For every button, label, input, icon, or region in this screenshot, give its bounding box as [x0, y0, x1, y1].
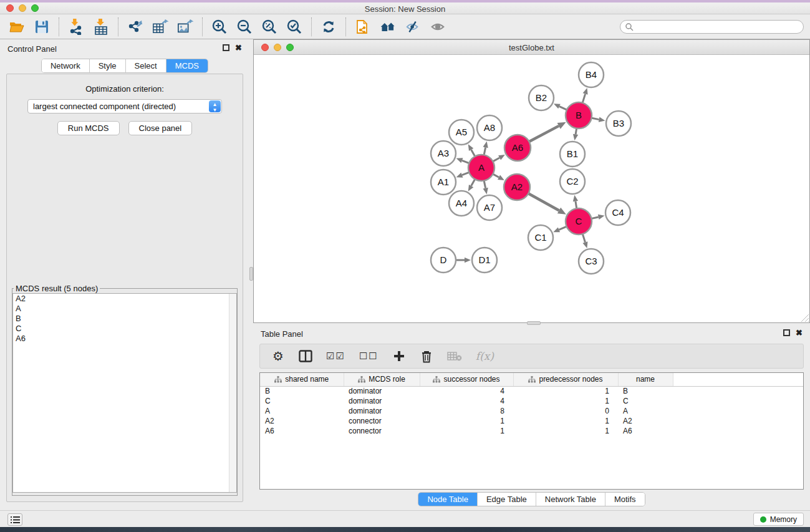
float-panel-icon[interactable]: [223, 44, 229, 51]
import-table-icon[interactable]: [93, 19, 109, 35]
deselect-all-checks-icon[interactable]: ☐☐: [359, 349, 378, 364]
table-cell[interactable]: C: [260, 396, 344, 406]
table-cell[interactable]: 8: [420, 406, 513, 416]
table-panel-title: Table Panel: [261, 329, 303, 339]
node-table[interactable]: shared nameMCDS rolesuccessor nodesprede…: [259, 372, 804, 490]
result-item[interactable]: A6: [13, 334, 236, 344]
table-row[interactable]: A6connector11A6: [260, 426, 803, 436]
tab-motifs[interactable]: Motifs: [605, 493, 645, 506]
tab-network[interactable]: Network: [42, 59, 90, 72]
zoom-out-icon[interactable]: [236, 19, 253, 35]
zoom-fit-icon[interactable]: [261, 19, 277, 35]
export-table-icon[interactable]: [152, 19, 168, 35]
table-options-gear-icon[interactable]: ⚙: [271, 349, 285, 364]
tab-select[interactable]: Select: [126, 59, 166, 72]
refresh-icon[interactable]: [321, 19, 337, 35]
table-cell[interactable]: A2: [618, 416, 673, 426]
table-cell[interactable]: 1: [513, 396, 618, 406]
show-graphics-details-icon[interactable]: [430, 19, 446, 35]
delete-table-icon[interactable]: [447, 349, 462, 364]
table-cell[interactable]: dominator: [344, 396, 420, 406]
hide-graphics-details-icon[interactable]: [405, 19, 421, 35]
export-image-icon[interactable]: [177, 19, 193, 35]
table-cell[interactable]: A2: [260, 416, 344, 426]
table-cell[interactable]: A6: [618, 426, 673, 436]
edge-A2-C[interactable]: [528, 193, 559, 210]
delete-columns-trash-icon[interactable]: [420, 349, 433, 364]
tab-node-table[interactable]: Node Table: [418, 493, 478, 506]
table-cell[interactable]: dominator: [344, 386, 420, 396]
table-cell[interactable]: A: [618, 406, 673, 416]
table-cell[interactable]: dominator: [344, 406, 420, 416]
new-network-icon[interactable]: [355, 19, 371, 35]
tab-edge-table[interactable]: Edge Table: [478, 493, 536, 506]
table-cell[interactable]: B: [618, 386, 673, 396]
arrowhead-icon: [582, 241, 587, 248]
node-label: B4: [586, 69, 597, 80]
table-cell[interactable]: 1: [513, 386, 618, 396]
close-panel-icon[interactable]: ✖: [235, 43, 242, 52]
column-header-successor-nodes[interactable]: successor nodes: [420, 373, 513, 386]
select-all-checks-icon[interactable]: ☑☑: [326, 349, 345, 364]
table-cell[interactable]: 1: [513, 426, 618, 436]
float-table-panel-icon[interactable]: [783, 329, 790, 336]
desktop-background-bottom: [0, 527, 810, 532]
column-header-name[interactable]: name: [618, 373, 673, 386]
show-columns-icon[interactable]: [299, 349, 312, 364]
function-builder-icon[interactable]: f(x): [476, 349, 494, 364]
zoom-selected-icon[interactable]: [286, 19, 302, 35]
column-header-predecessor-nodes[interactable]: predecessor nodes: [513, 373, 618, 386]
table-cell[interactable]: 1: [420, 416, 513, 426]
table-cell[interactable]: 4: [420, 396, 513, 406]
criterion-select[interactable]: largest connected component (directed) ▲…: [27, 99, 222, 114]
result-item[interactable]: C: [13, 324, 236, 334]
search-icon: [625, 22, 634, 34]
close-table-panel-icon[interactable]: ✖: [796, 328, 803, 337]
node-label: A5: [456, 127, 467, 137]
add-column-icon[interactable]: [392, 349, 406, 364]
task-history-icon[interactable]: [7, 513, 22, 526]
run-mcds-button[interactable]: Run MCDS: [57, 121, 120, 135]
table-cell[interactable]: B: [260, 386, 344, 396]
table-cell[interactable]: C: [618, 396, 673, 406]
result-item[interactable]: B: [13, 314, 236, 324]
table-row[interactable]: Bdominator41B: [260, 386, 803, 396]
result-scrollbar[interactable]: [229, 294, 236, 492]
table-row[interactable]: Adominator80A: [260, 406, 803, 416]
export-network-icon[interactable]: [127, 19, 143, 35]
table-cell[interactable]: connector: [344, 426, 420, 436]
table-cell[interactable]: A6: [260, 426, 344, 436]
memory-button[interactable]: Memory: [753, 513, 804, 526]
tab-network-table[interactable]: Network Table: [536, 493, 605, 506]
table-cell[interactable]: 1: [420, 426, 513, 436]
node-label: B: [576, 110, 582, 120]
table-panel-tabs: Node TableEdge TableNetwork TableMotifs: [418, 492, 645, 506]
column-header-shared-name[interactable]: shared name: [260, 373, 344, 386]
arrowhead-icon: [483, 188, 488, 195]
home-icon[interactable]: [380, 19, 396, 35]
import-network-icon[interactable]: [68, 19, 84, 35]
result-item[interactable]: A: [13, 304, 236, 314]
tab-style[interactable]: Style: [90, 59, 126, 72]
save-session-icon[interactable]: [34, 19, 50, 35]
table-cell[interactable]: 1: [513, 416, 618, 426]
tab-mcds[interactable]: MCDS: [166, 59, 208, 72]
column-header-MCDS-role[interactable]: MCDS role: [344, 373, 420, 386]
table-row[interactable]: Cdominator41C: [260, 396, 803, 406]
search-input[interactable]: [620, 20, 804, 34]
table-cell[interactable]: 0: [513, 406, 618, 416]
network-canvas[interactable]: B4B2BB3A5A8A6A3AB1A1C2A2A4A7CC4C1C3DD1: [254, 55, 809, 322]
table-cell[interactable]: connector: [344, 416, 420, 426]
arrowhead-icon: [483, 142, 488, 148]
edge-A6-B[interactable]: [528, 126, 559, 142]
open-file-icon[interactable]: [9, 19, 25, 35]
row-filler: [673, 426, 803, 436]
node-label: B1: [567, 148, 578, 159]
table-cell[interactable]: A: [260, 406, 344, 416]
result-item[interactable]: A2: [13, 294, 236, 304]
close-panel-button[interactable]: Close panel: [128, 121, 193, 135]
zoom-in-icon[interactable]: [211, 19, 228, 35]
column-label: name: [636, 375, 655, 384]
table-cell[interactable]: 4: [420, 386, 513, 396]
table-row[interactable]: A2connector11A2: [260, 416, 803, 426]
